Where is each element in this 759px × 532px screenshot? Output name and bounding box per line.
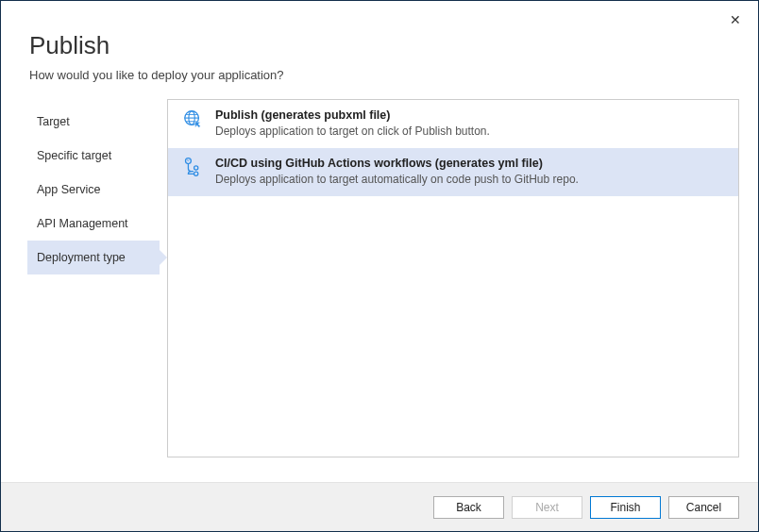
workflow-icon bbox=[181, 157, 204, 179]
page-subtitle: How would you like to deploy your applic… bbox=[29, 68, 730, 82]
svg-point-7 bbox=[194, 172, 198, 175]
page-title: Publish bbox=[29, 31, 730, 60]
option-publish-pubxml[interactable]: Publish (generates pubxml file) Deploys … bbox=[168, 100, 738, 148]
option-title: CI/CD using GitHub Actions workflows (ge… bbox=[215, 157, 725, 170]
dialog-footer: Back Next Finish Cancel bbox=[1, 482, 758, 531]
sidebar-item-label: Target bbox=[37, 115, 70, 128]
option-description: Deploys application to target on click o… bbox=[215, 125, 725, 138]
globe-cursor-icon bbox=[181, 108, 204, 131]
sidebar-item-api-management[interactable]: API Management bbox=[27, 207, 160, 241]
next-button: Next bbox=[512, 496, 582, 519]
sidebar-item-label: Specific target bbox=[37, 149, 111, 162]
finish-button[interactable]: Finish bbox=[590, 496, 661, 519]
close-icon: ✕ bbox=[730, 12, 741, 27]
sidebar-item-label: API Management bbox=[37, 217, 128, 230]
options-panel: Publish (generates pubxml file) Deploys … bbox=[167, 99, 739, 457]
sidebar-item-specific-target[interactable]: Specific target bbox=[27, 139, 160, 173]
option-description: Deploys application to target automatica… bbox=[215, 173, 725, 186]
sidebar-item-app-service[interactable]: App Service bbox=[27, 173, 160, 207]
cancel-button[interactable]: Cancel bbox=[668, 496, 739, 519]
sidebar-item-label: Deployment type bbox=[37, 251, 126, 264]
dialog-header: Publish How would you like to deploy you… bbox=[1, 1, 758, 99]
sidebar-item-target[interactable]: Target bbox=[27, 105, 160, 139]
back-button[interactable]: Back bbox=[433, 496, 504, 519]
svg-point-6 bbox=[194, 166, 198, 170]
close-button[interactable]: ✕ bbox=[724, 8, 747, 31]
option-cicd-github-actions[interactable]: CI/CD using GitHub Actions workflows (ge… bbox=[168, 148, 738, 196]
option-title: Publish (generates pubxml file) bbox=[215, 108, 725, 122]
sidebar-item-deployment-type[interactable]: Deployment type bbox=[27, 241, 160, 274]
sidebar-item-label: App Service bbox=[37, 183, 100, 196]
wizard-steps-sidebar: Target Specific target App Service API M… bbox=[27, 99, 160, 457]
